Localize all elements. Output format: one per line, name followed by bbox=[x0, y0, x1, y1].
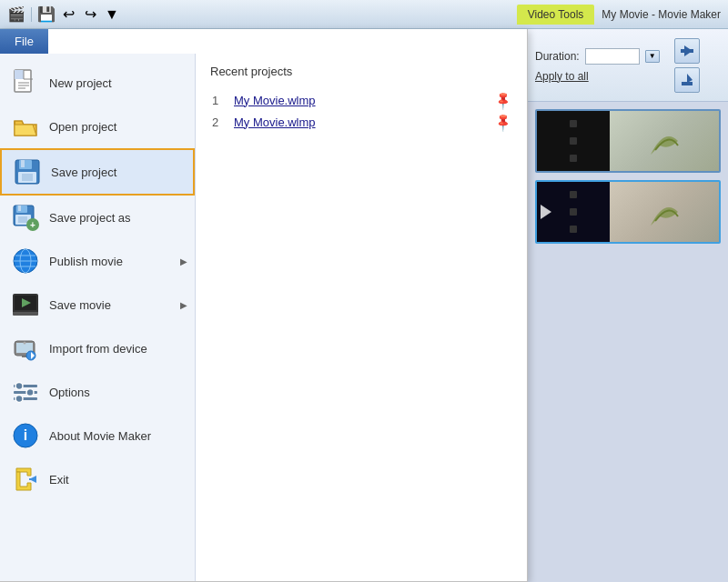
save-project-icon bbox=[13, 157, 42, 186]
svg-point-35 bbox=[15, 383, 23, 390]
title-bar: 🎬 💾 ↩ ↪ ▼ Video Tools My Movie - Movie M… bbox=[0, 0, 728, 29]
save-project-as-icon: + bbox=[11, 203, 40, 232]
svg-rect-12 bbox=[18, 206, 21, 211]
save-project-as-label: Save project as bbox=[49, 211, 131, 225]
svg-rect-7 bbox=[21, 160, 25, 167]
dropdown-button[interactable]: ▼ bbox=[103, 5, 121, 24]
svg-rect-25 bbox=[13, 312, 38, 316]
clip-2-play-arrow bbox=[541, 205, 551, 219]
app-right-panel: Duration: ▼ Apply to all bbox=[528, 29, 728, 582]
svg-rect-11 bbox=[16, 206, 27, 213]
new-project-icon bbox=[11, 68, 40, 97]
duration-dropdown[interactable]: ▼ bbox=[645, 50, 660, 63]
menu-item-save-movie[interactable]: Save movie ▶ bbox=[0, 283, 195, 326]
save-movie-arrow: ▶ bbox=[180, 300, 187, 310]
exit-label: Exit bbox=[49, 473, 69, 487]
ribbon-area: Duration: ▼ Apply to all bbox=[528, 29, 728, 102]
menu-item-new-project[interactable]: New project bbox=[0, 61, 195, 105]
toolbar-separator bbox=[31, 7, 32, 22]
clip-1-filmstrip bbox=[537, 111, 610, 171]
open-project-label: Open project bbox=[49, 120, 116, 134]
save-toolbar-button[interactable]: 💾 bbox=[37, 5, 56, 24]
recent-item-1-num: 1 bbox=[212, 94, 227, 107]
publish-movie-label: Publish movie bbox=[49, 255, 123, 268]
apply-to-all[interactable]: Apply to all bbox=[535, 70, 660, 83]
menu-items-list: New project Open project bbox=[0, 54, 196, 581]
svg-point-37 bbox=[15, 396, 23, 403]
svg-point-28 bbox=[24, 342, 26, 345]
options-label: Options bbox=[49, 386, 90, 399]
recent-item-1[interactable]: 1 My Movie.wlmp 📌 bbox=[210, 89, 512, 111]
menu-item-publish-movie[interactable]: Publish movie ▶ bbox=[0, 239, 195, 283]
toolbar-left: 🎬 💾 ↩ ↪ ▼ bbox=[7, 5, 511, 24]
recent-projects-title: Recent projects bbox=[210, 65, 512, 78]
about-icon: i bbox=[11, 421, 40, 450]
options-icon bbox=[11, 377, 40, 406]
svg-rect-45 bbox=[682, 82, 693, 85]
duration-input[interactable] bbox=[585, 48, 640, 65]
svg-text:+: + bbox=[30, 220, 35, 230]
menu-item-open-project[interactable]: Open project bbox=[0, 105, 195, 148]
recent-item-2-pin[interactable]: 📌 bbox=[492, 111, 513, 132]
film-hole bbox=[570, 208, 577, 216]
svg-marker-43 bbox=[684, 45, 693, 56]
menu-item-save-project-as[interactable]: + Save project as bbox=[0, 196, 195, 239]
svg-text:i: i bbox=[24, 427, 27, 443]
film-hole bbox=[570, 155, 577, 162]
save-movie-icon bbox=[11, 290, 40, 319]
recent-item-2-num: 2 bbox=[212, 115, 227, 129]
film-hole bbox=[570, 137, 577, 145]
recent-item-1-pin[interactable]: 📌 bbox=[492, 89, 513, 110]
app-icon: 🎬 bbox=[7, 5, 25, 24]
ribbon-btn-2[interactable] bbox=[674, 67, 700, 93]
recent-projects-panel: Recent projects 1 My Movie.wlmp 📌 2 My M… bbox=[196, 54, 527, 581]
svg-marker-44 bbox=[687, 74, 693, 83]
duration-label: Duration: bbox=[535, 50, 580, 63]
file-tab[interactable]: File bbox=[0, 29, 48, 54]
recent-item-2-name[interactable]: My Movie.wlmp bbox=[234, 115, 488, 129]
clip-2[interactable] bbox=[535, 180, 721, 244]
publish-movie-icon bbox=[11, 246, 40, 276]
new-project-label: New project bbox=[49, 76, 112, 90]
save-project-label: Save project bbox=[51, 166, 116, 179]
menu-item-exit[interactable]: Exit bbox=[0, 457, 195, 501]
title-bar-right: Video Tools My Movie - Movie Maker bbox=[517, 5, 721, 25]
ribbon-btn-1[interactable] bbox=[674, 38, 700, 64]
menu-item-import-from-device[interactable]: Import from device bbox=[0, 326, 195, 370]
import-from-device-icon bbox=[11, 334, 40, 363]
clip-1-content bbox=[610, 111, 719, 171]
film-hole bbox=[570, 120, 577, 127]
film-hole bbox=[570, 191, 577, 198]
clip-2-content bbox=[610, 182, 719, 242]
recent-item-1-name[interactable]: My Movie.wlmp bbox=[234, 94, 488, 107]
menu-item-about[interactable]: i About Movie Maker bbox=[0, 414, 195, 457]
open-project-icon bbox=[11, 112, 40, 141]
file-menu: File New project bbox=[0, 29, 528, 582]
timeline-area bbox=[528, 102, 728, 582]
publish-movie-arrow: ▶ bbox=[180, 256, 187, 266]
recent-item-2[interactable]: 2 My Movie.wlmp 📌 bbox=[210, 111, 512, 133]
film-hole bbox=[570, 226, 577, 233]
menu-item-options[interactable]: Options bbox=[0, 370, 195, 414]
redo-button[interactable]: ↪ bbox=[81, 5, 99, 24]
window-title: My Movie - Movie Maker bbox=[602, 8, 721, 21]
svg-rect-14 bbox=[18, 216, 27, 223]
svg-rect-1 bbox=[15, 70, 24, 79]
video-tools-tab[interactable]: Video Tools bbox=[517, 5, 595, 25]
exit-icon bbox=[11, 465, 40, 494]
svg-rect-9 bbox=[22, 174, 33, 181]
import-from-device-label: Import from device bbox=[49, 342, 147, 356]
svg-point-36 bbox=[26, 389, 34, 396]
save-movie-label: Save movie bbox=[49, 298, 111, 312]
clip-1[interactable] bbox=[535, 109, 721, 173]
about-label: About Movie Maker bbox=[49, 429, 151, 443]
menu-item-save-project[interactable]: Save project bbox=[0, 148, 195, 196]
file-menu-body: New project Open project bbox=[0, 54, 527, 581]
undo-button[interactable]: ↩ bbox=[59, 5, 77, 24]
